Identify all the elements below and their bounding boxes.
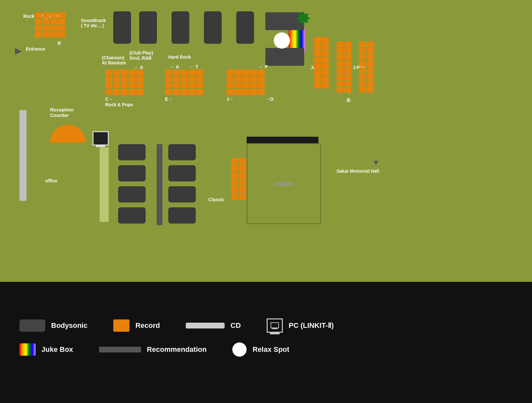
legend-row-1: Bodysonic Record CD PC (LINKIT-Ⅱ): [19, 318, 513, 333]
j-arrow-label: J→: [227, 97, 234, 102]
recommendation-shelf-bottom: [265, 48, 304, 66]
bodysonic-b4: [118, 207, 146, 224]
bodysonic-c1: [168, 144, 196, 160]
legend-record-icon: [113, 319, 129, 332]
o-arrow-label: →O: [265, 97, 273, 102]
c-arrow-label: C→: [105, 97, 113, 102]
hard-rock-t-label: ← T: [190, 64, 198, 69]
bodysonic-c3: [168, 186, 196, 202]
floor-map: ▶ Entrance ReceptionCounter office Rock …: [0, 0, 532, 282]
reception-label: ReceptionCounter: [50, 107, 74, 118]
bodysonic-c2: [168, 165, 196, 181]
legend-bodysonic-label: Bodysonic: [51, 321, 87, 330]
legend-bodysonic-icon: [19, 319, 45, 332]
legend-relax-icon: [232, 342, 247, 357]
studio-room: studio: [247, 143, 321, 224]
e-arrow-label: E→: [165, 97, 172, 102]
hard-rock-label: Hard Rock: [168, 54, 191, 60]
legend-recommendation-item: Recommendation: [99, 345, 207, 354]
legend-record-label: Record: [135, 321, 160, 330]
shelf-chanson: [105, 70, 143, 95]
legend-pc-label: PC (LINKIT-Ⅱ): [289, 321, 334, 330]
bodysonic-5: [236, 11, 254, 44]
legend-pc-icon: [267, 318, 283, 333]
club-soul-label: (Club Play)Soul, R&B: [129, 50, 153, 61]
sakai-label: Sakai Memorial Hall: [337, 168, 379, 174]
shelf-rock-pops-top: [35, 12, 65, 38]
rock-pops-b-label: B: [58, 40, 61, 46]
divider-bar: [157, 144, 162, 225]
bodysonic-c4: [168, 207, 196, 224]
club-a-label: ← A: [134, 65, 143, 70]
bodysonic-b1: [118, 144, 146, 160]
entrance-label: Entrance: [26, 46, 45, 52]
vertical-bar-left: [19, 110, 27, 201]
shelf-classic: [231, 158, 246, 200]
legend-jukebox-icon: [19, 343, 36, 356]
legend-recommendation-label: Recommendation: [147, 345, 207, 354]
legend-cd-icon: [186, 323, 225, 328]
legend-bodysonic-item: Bodysonic: [19, 319, 87, 332]
bodysonic-3: [172, 11, 189, 44]
reception-counter: [50, 125, 86, 143]
office-label: office: [45, 178, 57, 183]
chanson-label: (Chanson)At Random: [102, 55, 126, 65]
legend-relax-label: Relax Spot: [252, 345, 289, 354]
pc-map-icon: [93, 131, 109, 145]
legend-relax-item: Relax Spot: [232, 342, 289, 357]
a-hiragana-label: あ: [346, 97, 351, 103]
shelf-jazz: [314, 37, 329, 88]
classic-label: Classic: [208, 197, 224, 202]
hard-rock-a-label: ← A: [170, 64, 179, 69]
legend-record-item: Record: [113, 319, 160, 332]
bodysonic-b2: [118, 165, 146, 181]
legend-cd-item: CD: [186, 321, 241, 330]
rock-pops-bottom-label: Rock & Pops: [105, 102, 133, 107]
svg-rect-0: [271, 323, 279, 328]
relax-spot-map: [274, 32, 290, 49]
bodysonic-b3: [118, 186, 146, 202]
shelf-jpop-right: [359, 41, 374, 93]
svg-rect-2: [272, 328, 278, 329]
legend-cd-label: CD: [230, 321, 241, 330]
soundtrack-label: Soundtrack( TV etc... ): [81, 18, 106, 28]
legend-area: Bodysonic Record CD PC (LINKIT-Ⅱ) Juke: [0, 282, 532, 403]
path-bar: [100, 147, 109, 222]
shelf-middle: [227, 70, 265, 95]
sakai-arrow: ▼: [372, 158, 380, 167]
bodysonic-1: [113, 11, 131, 44]
legend-jukebox-label: Juke Box: [41, 345, 73, 354]
recommendation-map-bar: [247, 137, 318, 144]
legend-row-2: Juke Box Recommendation Relax Spot: [19, 342, 513, 357]
shelf-hard-rock: [165, 70, 203, 95]
star-burst: ✸: [295, 9, 311, 29]
studio-label: studio: [274, 180, 294, 188]
bodysonic-2: [139, 11, 157, 44]
legend-pc-item: PC (LINKIT-Ⅱ): [267, 318, 334, 333]
entrance-arrow: ▶: [15, 45, 22, 56]
legend-recommendation-icon: [99, 347, 141, 352]
shelf-jpop-left: [337, 41, 351, 93]
bodysonic-4: [204, 11, 222, 44]
legend-jukebox-item: Juke Box: [19, 343, 73, 356]
p-arrow-label: ← P: [259, 64, 268, 69]
